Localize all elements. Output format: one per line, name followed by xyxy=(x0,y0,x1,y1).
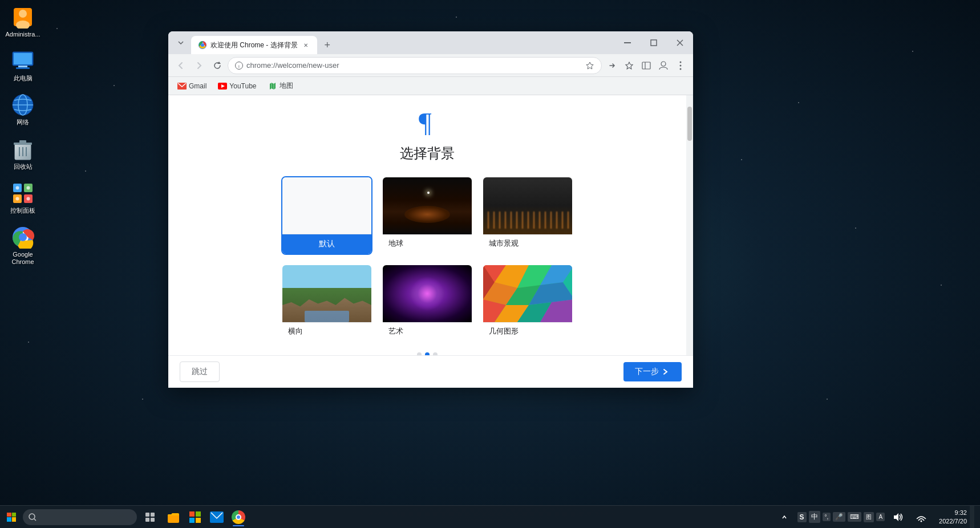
bookmark-maps[interactable]: 地图 xyxy=(264,79,298,92)
cn-indicator[interactable]: 中 xyxy=(809,511,820,523)
start-button[interactable] xyxy=(0,506,23,529)
bookmark-star[interactable] xyxy=(585,61,594,70)
keyboard-indicator[interactable]: ⌨ xyxy=(848,512,861,522)
bookmark-button[interactable] xyxy=(621,58,637,74)
windows-logo-icon xyxy=(7,513,16,522)
desktop-icon-recycle[interactable]: 回收站 xyxy=(3,138,43,170)
chrome-tab-active[interactable]: 欢迎使用 Chrome - 选择背景 ✕ xyxy=(191,36,317,54)
file-manager-icon xyxy=(167,510,180,524)
chrome-content: ¶ 选择背景 默认 xyxy=(168,95,693,355)
control-panel-icon xyxy=(11,182,34,205)
new-tab-button[interactable]: + xyxy=(319,37,335,53)
desktop-icon-network[interactable]: 网络 xyxy=(3,94,43,126)
svg-point-30 xyxy=(201,43,204,47)
bookmark-youtube[interactable]: YouTube xyxy=(213,80,261,92)
recycle-icon xyxy=(11,138,34,161)
theme-card-geometric[interactable]: 几何图形 xyxy=(482,264,573,341)
back-button[interactable] xyxy=(173,58,189,74)
desktop-icon-administrator[interactable]: Administra... xyxy=(3,6,43,38)
theme-card-earth[interactable]: 地球 xyxy=(382,176,473,255)
ime-indicators: S 中 °, 🎤 ⌨ 图 A xyxy=(797,511,885,523)
show-desktop-button[interactable] xyxy=(970,506,974,529)
desktop-icon-my-computer[interactable]: 此电脑 xyxy=(3,50,43,82)
pagination-dot-3[interactable] xyxy=(433,352,438,355)
taskbar-app-chrome[interactable] xyxy=(228,507,249,527)
profile-button[interactable] xyxy=(655,58,671,74)
desktop-icon-control-panel[interactable]: 控制面板 xyxy=(3,182,43,214)
svg-point-42 xyxy=(661,62,666,66)
theme-grid: 默认 地球 城市景观 xyxy=(281,176,573,341)
chrome-label: Google Chrome xyxy=(3,251,43,266)
more-menu-button[interactable] xyxy=(673,58,689,74)
svg-point-24 xyxy=(27,197,30,200)
earth-star xyxy=(427,192,430,194)
theme-geo-preview xyxy=(483,265,572,322)
recycle-label: 回收站 xyxy=(14,163,33,170)
svg-marker-39 xyxy=(626,62,633,69)
svg-rect-69 xyxy=(168,514,179,523)
reload-button[interactable] xyxy=(209,58,225,74)
pagination-dot-2[interactable] xyxy=(425,352,430,355)
taskbar-app-file-manager[interactable] xyxy=(163,507,184,527)
youtube-label: YouTube xyxy=(229,82,256,90)
pagination-dot-1[interactable] xyxy=(417,352,422,355)
svg-rect-65 xyxy=(145,513,149,517)
svg-point-63 xyxy=(29,514,35,519)
taskbar: S 中 °, 🎤 ⌨ 图 A xyxy=(0,505,980,528)
svg-rect-4 xyxy=(14,53,32,64)
taskbar-right: S 中 °, 🎤 ⌨ 图 A xyxy=(774,506,980,529)
share-button[interactable] xyxy=(604,58,620,74)
youtube-favicon-icon xyxy=(218,82,227,91)
mail-icon xyxy=(210,511,224,523)
svg-rect-32 xyxy=(651,40,657,46)
theme-default-label: 默认 xyxy=(282,234,371,254)
system-tray-expand[interactable] xyxy=(774,507,795,527)
theme-card-city[interactable]: 城市景观 xyxy=(482,176,573,255)
forward-button[interactable] xyxy=(191,58,207,74)
maps-label: 地图 xyxy=(280,81,293,91)
taskbar-clock[interactable]: 9:32 2022/7/20 xyxy=(939,509,967,525)
maps-favicon-icon xyxy=(268,82,277,91)
taskbar-search[interactable] xyxy=(23,509,137,525)
content-scrollbar[interactable] xyxy=(686,95,693,355)
minimize-button[interactable] xyxy=(614,31,641,54)
time-display: 9:32 xyxy=(939,509,967,517)
maximize-button[interactable] xyxy=(641,31,667,54)
taskbar-app-store[interactable] xyxy=(185,507,205,527)
tab-close-button[interactable]: ✕ xyxy=(301,40,310,50)
ime-extra-1[interactable]: 图 xyxy=(864,512,874,522)
mic-indicator[interactable]: 🎤 xyxy=(833,512,845,522)
punctuation-indicator[interactable]: °, xyxy=(823,513,831,521)
theme-card-art[interactable]: 艺术 xyxy=(382,264,473,341)
next-button[interactable]: 下一步 xyxy=(623,362,682,381)
volume-button[interactable] xyxy=(888,507,908,527)
bookmark-gmail[interactable]: Gmail xyxy=(173,80,211,92)
ime-extra-2[interactable]: A xyxy=(876,513,885,521)
city-lights xyxy=(483,212,572,229)
gmail-label: Gmail xyxy=(189,82,206,90)
svg-rect-67 xyxy=(145,518,149,522)
chrome-inner xyxy=(236,514,241,520)
security-icon: i xyxy=(235,62,243,70)
scrollbar-thumb[interactable] xyxy=(687,107,692,141)
skip-button[interactable]: 跳过 xyxy=(180,362,220,382)
tab-title: 欢迎使用 Chrome - 选择背景 xyxy=(210,40,298,50)
desktop-icons: Administra... 此电脑 xyxy=(0,0,46,271)
tab-list-button[interactable] xyxy=(173,35,189,51)
url-text: chrome://welcome/new-user xyxy=(246,61,339,70)
sidebar-toggle[interactable] xyxy=(638,58,654,74)
desktop-icon-chrome[interactable]: Google Chrome xyxy=(3,226,43,266)
svg-rect-72 xyxy=(189,518,195,523)
taskbar-app-mail[interactable] xyxy=(206,507,227,527)
task-view-button[interactable] xyxy=(140,507,160,527)
svg-point-44 xyxy=(680,64,682,66)
theme-card-landscape[interactable]: 横向 xyxy=(281,264,372,341)
svg-point-1 xyxy=(19,10,27,18)
address-bar[interactable]: i chrome://welcome/new-user xyxy=(228,57,602,74)
sougou-indicator[interactable]: S xyxy=(797,512,807,522)
theme-card-default[interactable]: 默认 xyxy=(281,176,372,255)
network-status-button[interactable] xyxy=(911,507,932,527)
gmail-favicon-icon xyxy=(177,82,187,91)
close-button[interactable] xyxy=(667,31,693,54)
svg-point-76 xyxy=(921,520,922,522)
